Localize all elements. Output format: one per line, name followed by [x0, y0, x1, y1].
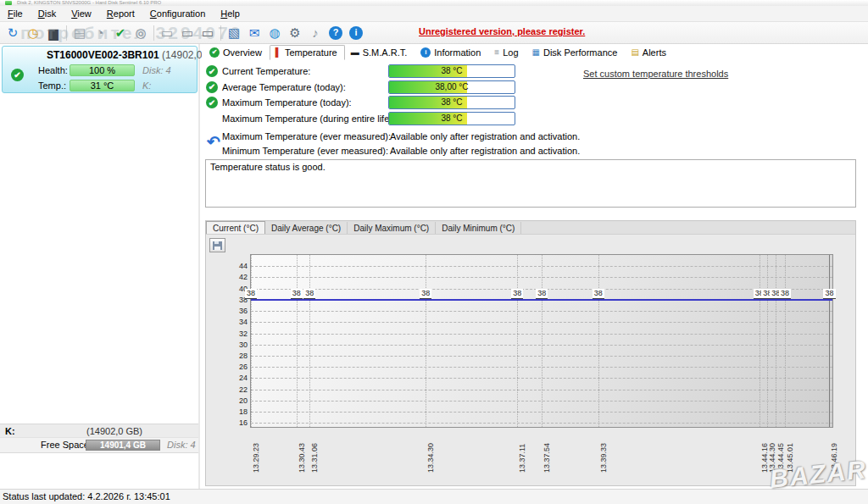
tab-s-m-a-r-t-[interactable]: ▬S.M.A.R.T. — [345, 45, 415, 60]
clock-status-icon[interactable]: ◷ — [23, 24, 43, 42]
hard-disk-sentinel-window: Disk 2, KINGSTON SNVS2000G - Hard Disk S… — [0, 0, 868, 504]
print-icon[interactable]: ▭ — [157, 24, 177, 42]
tab-label: Alerts — [643, 47, 666, 58]
locked-row-value: Available only after registration and ac… — [390, 146, 580, 156]
menu-item-report[interactable]: Report — [99, 7, 142, 20]
x-tick-label: 13.29.23 — [252, 443, 260, 473]
disk-search-icon[interactable]: ◎ — [131, 24, 151, 42]
tab-temperature[interactable]: ▌Temperature — [270, 45, 345, 60]
log-icon: ≡ — [494, 48, 499, 57]
locked-row-label: Minimum Temperature (ever measured): — [222, 146, 388, 156]
x-gridline — [829, 255, 830, 427]
main-tab-bar: ✔Overview▌Temperature▬S.M.A.R.T.iInforma… — [203, 44, 674, 60]
x-gridline — [251, 255, 252, 427]
x-gridline — [785, 255, 786, 427]
partition-panel: K: (14902,0 GB) Free Space 14901,4 GB Di… — [0, 424, 198, 453]
y-tick-label: 20 — [228, 396, 248, 405]
menu-item-file[interactable]: File — [0, 7, 31, 20]
temperature-row-label: Average Temperature (today): — [222, 82, 346, 92]
tab-log[interactable]: ≡Log — [488, 45, 526, 60]
x-gridline — [542, 255, 542, 427]
y-tick-label: 42 — [228, 273, 248, 281]
unregistered-link[interactable]: Unregistered version, please register. — [419, 26, 585, 36]
temp-label: Temp.: — [38, 80, 66, 91]
print-settings-icon[interactable]: ▭ — [198, 24, 218, 42]
network-icon[interactable]: ◍ — [264, 24, 285, 42]
save-icon — [213, 241, 222, 250]
y-tick-label: 30 — [228, 341, 248, 349]
x-tick-label: 13.37.11 — [518, 444, 526, 473]
temperature-bar-value: 38 °C — [389, 97, 515, 107]
set-thresholds-link[interactable]: Set custom temperature thresholds — [583, 69, 728, 79]
y-tick-label: 22 — [228, 385, 248, 394]
tab-alerts[interactable]: ▤Alerts — [625, 45, 674, 60]
info-circle-icon: i — [420, 47, 431, 58]
menu-item-help[interactable]: Help — [213, 7, 248, 20]
tab-disk-performance[interactable]: ▦Disk Performance — [526, 45, 626, 60]
partition-disk-label: Disk: 4 — [167, 440, 196, 450]
health-label: Health: — [38, 65, 68, 75]
disk-temp-row: Temp.: 31 °C K: — [3, 80, 197, 93]
x-gridline — [297, 255, 298, 427]
temperature-row: Maximum Temperature (during entire lifes… — [202, 112, 860, 127]
tab-label: S.M.A.R.T. — [363, 47, 408, 58]
partition-letter-label: K: — [142, 80, 151, 91]
tab-label: Temperature — [285, 47, 337, 58]
chart-tab-0[interactable]: Current (°C) — [206, 221, 265, 234]
data-point-label: 38 — [420, 289, 431, 299]
y-tick-label: 18 — [228, 407, 248, 416]
data-point-label: 38 — [511, 289, 523, 299]
free-space-bar: 14901,4 GB — [86, 440, 160, 451]
disk-health-row: Health: 100 % Disk: 4 — [3, 64, 197, 78]
speaker-icon[interactable]: ♪ — [305, 24, 326, 42]
disk-entry-selected[interactable]: ST16000VE002-3BR101 (14902,0 GB) ✔ Healt… — [2, 46, 198, 93]
x-tick-label: 13.44.30 — [768, 443, 776, 473]
x-gridline — [776, 255, 776, 427]
disk-check-icon[interactable]: ✔ — [110, 24, 131, 42]
settings-gear-icon[interactable]: ⚙ — [285, 24, 305, 42]
y-tick-label: 32 — [228, 330, 248, 338]
alerts-icon: ▤ — [631, 48, 638, 57]
temperature-status-box[interactable]: Temperature status is good. — [205, 159, 856, 208]
print-preview-icon[interactable]: ▭ — [177, 24, 198, 42]
status-bar: Status last updated: 4.2.2026 г. 13:45:0… — [0, 489, 868, 504]
refresh-icon[interactable]: ↻ — [3, 24, 23, 42]
menu-bar: FileDiskViewReportConfigurationHelp — [0, 6, 868, 22]
menu-item-configuration[interactable]: Configuration — [142, 7, 213, 20]
temperature-bar-value: 38 °C — [389, 114, 515, 123]
detect-disk-icon[interactable]: ▆ — [43, 24, 64, 42]
chart-tab-3[interactable]: Daily Minimum (°C) — [436, 222, 521, 234]
temperature-row-label: Maximum Temperature (during entire lifes… — [222, 114, 415, 124]
info-icon[interactable]: i — [346, 24, 366, 42]
title-bar[interactable]: Disk 2, KINGSTON SNVS2000G - Hard Disk S… — [0, 0, 868, 6]
menu-item-view[interactable]: View — [64, 7, 99, 20]
email-icon[interactable]: ✉ — [244, 24, 264, 42]
save-chart-button[interactable] — [209, 238, 225, 252]
toolbar-separator — [220, 25, 221, 41]
disk-clock-icon[interactable]: ◔ — [90, 24, 110, 42]
help-icon[interactable]: ? — [326, 24, 346, 42]
disk-model: ST16000VE002-3BR101 — [47, 49, 159, 61]
overview-check-icon: ✔ — [209, 47, 220, 58]
locked-row-label: Maximum Temperature (ever measured): — [222, 131, 391, 141]
y-tick-label: 16 — [228, 418, 248, 427]
chart-tab-2[interactable]: Daily Maximum (°C) — [348, 222, 436, 234]
x-gridline — [426, 255, 426, 427]
temperature-row-label: Current Temperature: — [222, 66, 310, 76]
report-icon[interactable]: ▧ — [224, 24, 244, 42]
health-bar: 100 % — [70, 64, 135, 76]
free-space-label: Free Space — [41, 440, 89, 450]
tab-information[interactable]: iInformation — [415, 45, 488, 60]
tab-overview[interactable]: ✔Overview — [203, 45, 270, 60]
partition-header[interactable]: K: (14902,0 GB) — [0, 424, 198, 438]
tab-label: Log — [503, 47, 518, 58]
chart-plot[interactable]: 44424038363432302826242220181613.29.2338… — [250, 254, 833, 428]
temperature-row-label: Maximum Temperature (today): — [222, 97, 352, 108]
menu-item-disk[interactable]: Disk — [31, 7, 64, 20]
disk-performance-icon: ▦ — [532, 48, 540, 57]
x-gridline — [517, 255, 518, 427]
disk-menu-icon[interactable]: ▤ — [70, 24, 90, 42]
x-gridline — [760, 255, 760, 427]
tab-label: Disk Performance — [543, 47, 617, 58]
chart-tab-1[interactable]: Daily Average (°C) — [265, 222, 348, 234]
